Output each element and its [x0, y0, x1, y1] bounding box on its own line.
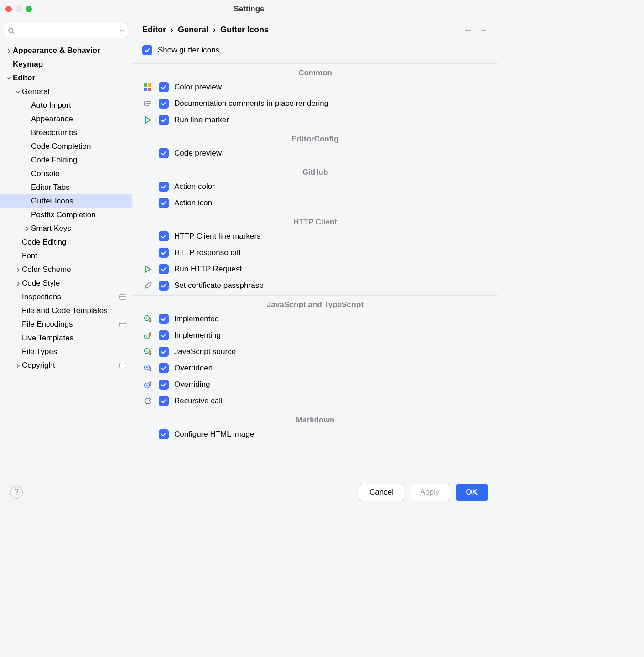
section-javascript-and-typescript: JavaScript and TypeScriptIImplementedIIm…: [132, 295, 498, 411]
checkbox[interactable]: [159, 347, 169, 357]
sidebar-item-label: Copyright: [22, 361, 55, 370]
color-grid-icon: [142, 83, 153, 92]
chevron-right-icon[interactable]: [14, 363, 22, 368]
sidebar-item-code-editing[interactable]: Code Editing: [0, 235, 132, 249]
option-label: HTTP Client line markers: [174, 232, 261, 241]
svg-point-0: [9, 28, 13, 32]
chevron-down-icon[interactable]: [5, 76, 13, 81]
search-dropdown-icon[interactable]: [120, 29, 124, 33]
svg-rect-3: [148, 83, 151, 87]
sidebar-item-smart-keys[interactable]: Smart Keys: [0, 222, 132, 235]
checkbox[interactable]: [159, 82, 169, 92]
show-gutter-label: Show gutter icons: [158, 46, 219, 55]
checkbox[interactable]: [159, 182, 169, 192]
checkbox[interactable]: [142, 45, 152, 55]
sidebar-item-editor-tabs[interactable]: Editor Tabs: [0, 181, 132, 194]
chevron-right-icon[interactable]: [14, 267, 22, 272]
sidebar-item-code-folding[interactable]: Code Folding: [0, 153, 132, 167]
search-box[interactable]: [4, 23, 128, 38]
sidebar-item-postfix-completion[interactable]: Postfix Completion: [0, 208, 132, 222]
chevron-right-icon: ›: [171, 25, 173, 35]
ok-button[interactable]: OK: [456, 484, 488, 501]
cancel-button[interactable]: Cancel: [359, 484, 404, 501]
sidebar-item-file-and-code-templates[interactable]: File and Code Templates: [0, 304, 132, 318]
chevron-right-icon[interactable]: [14, 281, 22, 286]
option-row: HTTP Client line markers: [142, 229, 488, 243]
scope-badge-icon: [119, 294, 126, 300]
sidebar-item-console[interactable]: Console: [0, 167, 132, 181]
checkbox[interactable]: [159, 281, 169, 291]
section-header: GitHub: [142, 168, 488, 177]
sidebar-item-keymap[interactable]: Keymap: [0, 57, 132, 71]
sidebar-item-gutter-icons[interactable]: Gutter Icons: [0, 194, 132, 208]
sidebar-item-file-types[interactable]: File Types: [0, 345, 132, 359]
option-label: Run line marker: [174, 115, 229, 125]
chevron-right-icon[interactable]: [5, 48, 13, 53]
checkbox[interactable]: [159, 148, 169, 158]
sidebar-item-editor[interactable]: Editor: [0, 71, 132, 85]
option-label: Action icon: [174, 198, 212, 208]
checkbox[interactable]: [159, 396, 169, 406]
chevron-right-icon[interactable]: [23, 226, 31, 231]
sidebar-item-inspections[interactable]: Inspections: [0, 290, 132, 304]
nav-forward-icon[interactable]: →: [479, 25, 488, 35]
help-button[interactable]: ?: [10, 486, 23, 499]
sidebar-item-file-encodings[interactable]: File Encodings: [0, 318, 132, 331]
option-row: Overriding: [142, 378, 488, 391]
checkbox[interactable]: [159, 99, 169, 109]
checkbox[interactable]: [159, 198, 169, 208]
option-label: Configure HTML image: [174, 430, 254, 439]
nav-back-icon[interactable]: ←: [463, 25, 473, 35]
sidebar-item-label: General: [22, 87, 49, 96]
sidebar-item-appearance-behavior[interactable]: Appearance & Behavior: [0, 44, 132, 57]
sidebar-item-label: Live Templates: [22, 334, 73, 343]
sidebar-item-color-scheme[interactable]: Color Scheme: [0, 263, 132, 276]
recursive-icon: [142, 396, 153, 406]
breadcrumb: Editor›General›Gutter Icons: [142, 25, 269, 35]
sidebar-item-label: Keymap: [13, 60, 43, 69]
checkbox[interactable]: [159, 429, 169, 439]
section-http-client: HTTP ClientHTTP Client line markersHTTP …: [132, 213, 498, 295]
svg-rect-2: [144, 83, 147, 87]
sidebar-item-live-templates[interactable]: Live Templates: [0, 331, 132, 345]
svg-text:I: I: [146, 334, 147, 339]
sidebar-item-code-completion[interactable]: Code Completion: [0, 140, 132, 153]
option-row: IImplemented: [142, 312, 488, 326]
sidebar-item-label: File and Code Templates: [22, 306, 108, 315]
sidebar-item-auto-import[interactable]: Auto Import: [0, 99, 132, 112]
sidebar-item-label: Color Scheme: [22, 265, 71, 274]
checkbox[interactable]: [159, 330, 169, 340]
apply-button[interactable]: Apply: [410, 484, 450, 501]
sidebar-item-font[interactable]: Font: [0, 249, 132, 263]
section-github: GitHubAction colorAction icon: [132, 163, 498, 213]
sidebar-item-label: Appearance: [31, 115, 73, 124]
sidebar-item-breadcrumbs[interactable]: Breadcrumbs: [0, 126, 132, 140]
window-title: Settings: [0, 5, 498, 14]
sidebar-item-label: Editor Tabs: [31, 183, 70, 192]
checkbox[interactable]: [159, 363, 169, 373]
checkbox[interactable]: [159, 380, 169, 390]
sidebar-item-label: Breadcrumbs: [31, 128, 77, 137]
scope-badge-icon: [119, 363, 126, 368]
option-label: Documentation comments in-place renderin…: [174, 99, 328, 108]
chevron-down-icon[interactable]: [14, 89, 22, 94]
checkbox[interactable]: [159, 314, 169, 324]
option-label: HTTP response diff: [174, 248, 241, 257]
checkbox[interactable]: [159, 231, 169, 241]
js-src-icon: I: [142, 347, 153, 356]
settings-tree: Appearance & BehaviorKeymapEditorGeneral…: [0, 42, 132, 476]
checkbox[interactable]: [159, 264, 169, 274]
search-input[interactable]: [16, 27, 118, 35]
chevron-right-icon: ›: [213, 25, 216, 35]
checkbox[interactable]: [159, 115, 169, 125]
doc-lines-icon: [142, 99, 153, 108]
checkbox[interactable]: [159, 248, 169, 258]
sidebar-item-label: Auto Import: [31, 101, 71, 110]
option-row: Recursive call: [142, 394, 488, 408]
sidebar-item-copyright[interactable]: Copyright: [0, 359, 132, 372]
option-label: Run HTTP Request: [174, 265, 242, 274]
sidebar-item-appearance[interactable]: Appearance: [0, 112, 132, 126]
sidebar-item-label: Inspections: [22, 292, 61, 302]
sidebar-item-general[interactable]: General: [0, 85, 132, 99]
sidebar-item-code-style[interactable]: Code Style: [0, 276, 132, 290]
